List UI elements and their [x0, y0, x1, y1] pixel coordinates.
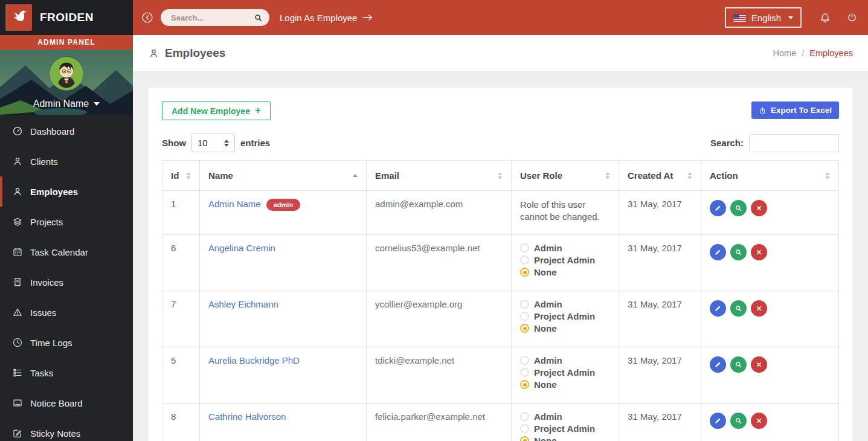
user-avatar[interactable]	[50, 57, 83, 91]
edit-button[interactable]	[710, 413, 726, 429]
admin-panel-banner: ADMIN PANEL	[0, 35, 133, 50]
sidebar-item-notice-board[interactable]: Notice Board	[0, 388, 133, 418]
employee-name-link[interactable]: Ashley Eichmann	[208, 299, 278, 309]
column-header-id[interactable]: Id	[162, 161, 200, 191]
edit-button[interactable]	[710, 244, 726, 260]
sidebar-item-dashboard[interactable]: Dashboard	[0, 116, 133, 146]
export-to-excel-button[interactable]: Export To Excel	[751, 101, 839, 119]
radio-selected-icon[interactable]	[520, 380, 529, 389]
cell-user-role: AdminProject AdminNone	[512, 235, 619, 291]
user-name-label: Admin Name	[33, 98, 89, 109]
role-radio-project-admin[interactable]: Project Admin	[520, 367, 610, 378]
cell-email: felicia.parker@example.net	[367, 404, 512, 441]
cell-user-role: AdminProject AdminNone	[512, 347, 619, 404]
role-radio-project-admin[interactable]: Project Admin	[520, 311, 610, 321]
view-button[interactable]	[730, 413, 747, 429]
cell-name: Cathrine Halvorson	[200, 404, 367, 441]
magnifier-icon	[735, 304, 742, 312]
login-as-employee-link[interactable]: Login As Employee	[280, 13, 373, 23]
view-button[interactable]	[730, 356, 747, 373]
logo-bar[interactable]: FROIDEN	[0, 0, 133, 35]
radio-selected-icon[interactable]	[520, 324, 529, 333]
radio-unselected-icon[interactable]	[520, 412, 529, 421]
delete-button[interactable]	[751, 200, 767, 216]
froiden-logo-icon	[5, 4, 32, 31]
employee-name-link[interactable]: Aurelia Buckridge PhD	[208, 355, 300, 365]
column-header-created-at[interactable]: Created At	[619, 161, 701, 191]
radio-unselected-icon[interactable]	[520, 368, 529, 377]
login-as-label: Login As Employee	[280, 13, 357, 23]
radio-selected-icon[interactable]	[520, 268, 529, 277]
caret-down-icon	[94, 102, 100, 106]
role-radio-admin[interactable]: Admin	[520, 355, 610, 365]
user-menu[interactable]: Admin Name	[0, 98, 133, 109]
radio-unselected-icon[interactable]	[520, 243, 529, 253]
projects-icon	[11, 216, 24, 227]
role-radio-none[interactable]: None	[520, 379, 610, 390]
employee-name-link[interactable]: Cathrine Halvorson	[208, 411, 286, 422]
radio-unselected-icon[interactable]	[520, 256, 529, 265]
sidebar-item-time-logs[interactable]: Time Logs	[0, 327, 133, 358]
role-locked-text: Role of this user cannot be changed.	[520, 199, 610, 223]
role-radio-admin[interactable]: Admin	[520, 299, 610, 309]
role-radio-project-admin[interactable]: Project Admin	[520, 423, 610, 434]
cell-id: 8	[162, 404, 200, 441]
sidebar-item-issues[interactable]: Issues	[0, 297, 133, 327]
edit-button[interactable]	[710, 300, 726, 317]
sidebar-item-clients[interactable]: Clients	[0, 146, 133, 176]
delete-button[interactable]	[751, 356, 767, 373]
search-input[interactable]	[171, 13, 254, 22]
sidebar-item-employees[interactable]: Employees	[0, 176, 133, 207]
cell-user-role: Role of this user cannot be changed.	[512, 191, 619, 235]
role-radio-none[interactable]: None	[520, 267, 610, 277]
edit-button[interactable]	[710, 356, 726, 373]
sidebar-item-tasks[interactable]: Tasks	[0, 358, 133, 388]
column-header-email[interactable]: Email	[367, 161, 512, 191]
radio-selected-icon[interactable]	[520, 436, 529, 441]
sidebar-item-task-calendar[interactable]: Task Calendar	[0, 237, 133, 267]
radio-unselected-icon[interactable]	[520, 424, 529, 433]
column-header-name[interactable]: Name	[200, 161, 367, 191]
edit-button[interactable]	[710, 200, 726, 216]
entries-select[interactable]: 10	[191, 134, 235, 152]
radio-unselected-icon[interactable]	[520, 356, 529, 365]
radio-unselected-icon[interactable]	[520, 300, 529, 309]
collapse-sidebar-icon[interactable]	[141, 11, 154, 24]
magnifier-icon	[735, 361, 742, 369]
notifications-button[interactable]	[819, 11, 831, 24]
employee-name-link[interactable]: Angelina Cremin	[208, 243, 275, 253]
role-radio-admin[interactable]: Admin	[520, 411, 610, 422]
task-calendar-icon	[11, 246, 24, 257]
role-radio-none[interactable]: None	[520, 436, 610, 441]
delete-button[interactable]	[751, 244, 767, 260]
radio-unselected-icon[interactable]	[520, 312, 529, 321]
add-new-employee-button[interactable]: Add New Employee +	[162, 101, 271, 120]
sidebar-item-invoices[interactable]: Invoices	[0, 267, 133, 297]
delete-button[interactable]	[751, 413, 767, 429]
table-search-input[interactable]	[749, 134, 839, 152]
employee-name-link[interactable]: Admin Name	[208, 199, 261, 209]
view-button[interactable]	[730, 300, 747, 317]
sidebar-item-sticky-notes[interactable]: Sticky Notes	[0, 418, 133, 441]
breadcrumb-home[interactable]: Home	[773, 48, 797, 58]
role-radio-project-admin[interactable]: Project Admin	[520, 255, 610, 265]
plus-icon: +	[255, 105, 261, 117]
caret-down-icon	[788, 16, 793, 19]
search-icon[interactable]	[254, 13, 263, 22]
view-button[interactable]	[730, 244, 747, 260]
pencil-icon	[714, 248, 722, 256]
employees-card: Add New Employee + Export To Excel Show …	[148, 88, 853, 441]
logout-button[interactable]	[846, 11, 858, 24]
magnifier-icon	[735, 204, 742, 212]
table-row: 8Cathrine Halvorsonfelicia.parker@exampl…	[162, 404, 839, 441]
view-button[interactable]	[730, 200, 747, 216]
breadcrumb-current: Employees	[809, 48, 853, 58]
language-selector[interactable]: English	[725, 7, 802, 28]
column-header-action[interactable]: Action	[701, 161, 839, 191]
column-header-user-role[interactable]: User Role	[512, 161, 619, 191]
role-radio-admin[interactable]: Admin	[520, 243, 610, 253]
sidebar-item-projects[interactable]: Projects	[0, 207, 133, 237]
role-radio-none[interactable]: None	[520, 323, 610, 333]
x-icon	[755, 417, 763, 425]
delete-button[interactable]	[751, 300, 767, 317]
